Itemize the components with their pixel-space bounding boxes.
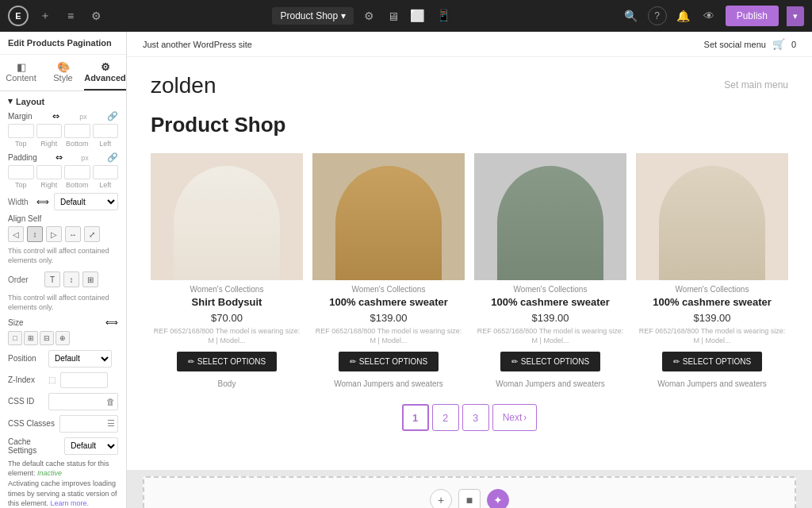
product-price-1: $70.00	[151, 312, 303, 324]
margin-right-input[interactable]	[36, 124, 63, 138]
position-select[interactable]: Default	[48, 350, 112, 368]
settings-icon[interactable]: ⚙	[87, 7, 105, 25]
layout-section-header[interactable]: ▾ Layout	[0, 91, 126, 109]
top-bar-center: Product Shop ▾ ⚙ 🖥 ⬜ 📱	[272, 7, 454, 25]
elementor-logo[interactable]: E	[8, 6, 29, 26]
publish-arrow-button[interactable]: ▾	[787, 6, 804, 26]
size-btn-3[interactable]: ⊟	[40, 331, 54, 345]
panel-title: Edit Products Pagination	[0, 32, 126, 55]
align-self-stretch[interactable]: ↔	[65, 226, 81, 242]
product-collection-4: Women's Collections	[636, 285, 788, 294]
margin-bottom-input[interactable]	[64, 124, 90, 138]
padding-right-input[interactable]	[36, 165, 63, 179]
zindex-row: Z-Index ⬚	[0, 370, 126, 391]
size-btn-1[interactable]: □	[8, 331, 22, 345]
chevron-down-icon: ▾	[341, 10, 346, 21]
align-self-start[interactable]: ◁	[8, 226, 24, 242]
size-btn-2[interactable]: ⊞	[24, 331, 38, 345]
product-ref-3: REF 0652/168/800 The model is wearing si…	[474, 327, 626, 345]
css-id-field: 🗑	[48, 393, 118, 410]
cache-settings-select[interactable]: Default	[64, 437, 118, 455]
align-self-center[interactable]: ↕	[27, 226, 43, 242]
eye-icon[interactable]: 👁	[700, 7, 718, 25]
style-tab-icon: 🎨	[42, 61, 84, 73]
page-settings-icon[interactable]: ⚙	[360, 7, 377, 25]
padding-labels: Top Right Bottom Left	[0, 181, 126, 191]
tablet-icon[interactable]: ⬜	[407, 7, 428, 25]
learn-more-link[interactable]: Learn more.	[51, 499, 90, 507]
margin-link-icon[interactable]: ⇔	[52, 111, 59, 121]
size-btns: □ ⊞ ⊟ ⊕	[8, 331, 70, 345]
select-options-btn-3[interactable]: ✏ SELECT OPTIONS	[500, 352, 601, 371]
mobile-icon[interactable]: 📱	[433, 7, 454, 25]
products-grid: Women's Collections Shirt Bodysuit $70.0…	[151, 153, 788, 388]
product-card-3: Women's Collections 100% cashmere sweate…	[474, 153, 626, 388]
add-icon[interactable]: ＋	[36, 7, 54, 25]
margin-label-row: Margin ⇔ px 🔗	[0, 109, 126, 122]
product-tag-1: Body	[151, 379, 303, 388]
order-btn-t[interactable]: T	[44, 271, 60, 287]
drag-widget-area: + ■ ✦ Drag widget here	[143, 476, 796, 508]
arrow-icon: ▾	[8, 96, 13, 106]
brand-name: zolden	[151, 73, 216, 98]
pencil-icon-2: ✏	[350, 357, 356, 366]
help-icon[interactable]: ?	[648, 6, 667, 25]
order-note: This control will affect contained eleme…	[0, 291, 126, 314]
order-btn-custom[interactable]: ⊞	[82, 271, 98, 287]
select-options-btn-2[interactable]: ✏ SELECT OPTIONS	[339, 352, 439, 371]
main-layout: Edit Products Pagination ◧ Content 🎨 Sty…	[0, 32, 812, 508]
product-price-3: $139.00	[474, 312, 626, 324]
pencil-icon-1: ✏	[188, 357, 194, 366]
align-self-auto[interactable]: ⤢	[84, 226, 100, 242]
drag-add-icon[interactable]: +	[430, 489, 452, 508]
product-card: Women's Collections Shirt Bodysuit $70.0…	[151, 153, 303, 388]
main-menu-placeholder[interactable]: Set main menu	[724, 73, 788, 90]
select-options-btn-4[interactable]: ✏ SELECT OPTIONS	[662, 352, 763, 371]
zindex-input[interactable]	[60, 372, 108, 388]
padding-left-input[interactable]	[93, 165, 119, 179]
select-options-btn-1[interactable]: ✏ SELECT OPTIONS	[177, 352, 278, 371]
page-next-btn[interactable]: Next ›	[492, 404, 538, 431]
margin-top-input[interactable]	[8, 124, 34, 138]
padding-inputs	[0, 164, 126, 181]
right-content: Just another WordPress site Set social m…	[127, 32, 812, 508]
page-btn-1[interactable]: 1	[402, 404, 429, 431]
menu-icon[interactable]: ≡	[62, 7, 79, 25]
brand-block: zolden	[151, 73, 216, 100]
padding-chain-icon[interactable]: 🔗	[107, 152, 118, 163]
page-btn-2[interactable]: 2	[432, 404, 459, 431]
product-name-4: 100% cashmere sweater	[636, 296, 788, 310]
product-shop-dropdown[interactable]: Product Shop ▾	[272, 7, 354, 25]
tab-advanced[interactable]: ⚙ Advanced	[84, 55, 126, 90]
drag-widget-icon[interactable]: ■	[458, 489, 481, 508]
css-classes-menu-icon[interactable]: ☰	[107, 418, 115, 429]
product-image-1	[151, 153, 303, 280]
size-icon: ⟺	[105, 318, 118, 328]
site-bar-right: Set social menu 🛒 0	[704, 38, 796, 50]
padding-top-input[interactable]	[8, 165, 34, 179]
drag-widget-icons: + ■ ✦	[430, 489, 509, 508]
size-btn-4[interactable]: ⊕	[56, 331, 70, 345]
set-social-menu[interactable]: Set social menu	[704, 40, 766, 49]
desktop-icon[interactable]: 🖥	[384, 8, 402, 25]
css-id-delete-icon[interactable]: 🗑	[106, 397, 115, 406]
margin-left-input[interactable]	[93, 124, 119, 138]
product-name-3: 100% cashmere sweater	[474, 296, 626, 310]
pagination: 1 2 3 Next ›	[151, 404, 788, 431]
drag-special-icon[interactable]: ✦	[487, 489, 509, 508]
margin-chain-icon[interactable]: 🔗	[107, 111, 118, 121]
align-self-end[interactable]: ▷	[46, 226, 62, 242]
publish-button[interactable]: Publish	[726, 6, 779, 26]
search-icon[interactable]: 🔍	[622, 7, 640, 25]
padding-bottom-input[interactable]	[64, 165, 90, 179]
order-btn-center[interactable]: ↕	[63, 271, 79, 287]
notifications-icon[interactable]: 🔔	[675, 7, 692, 25]
width-select[interactable]: Default	[54, 193, 118, 210]
tab-content[interactable]: ◧ Content	[0, 55, 42, 90]
padding-link-icon[interactable]: ⇔	[56, 152, 63, 163]
page-btn-3[interactable]: 3	[462, 404, 489, 431]
tab-style[interactable]: 🎨 Style	[42, 55, 84, 90]
cache-settings-row: Cache Settings Default	[0, 435, 126, 457]
cart-icon[interactable]: 🛒	[772, 38, 785, 50]
align-self-note: This control will affect contained eleme…	[0, 244, 126, 267]
